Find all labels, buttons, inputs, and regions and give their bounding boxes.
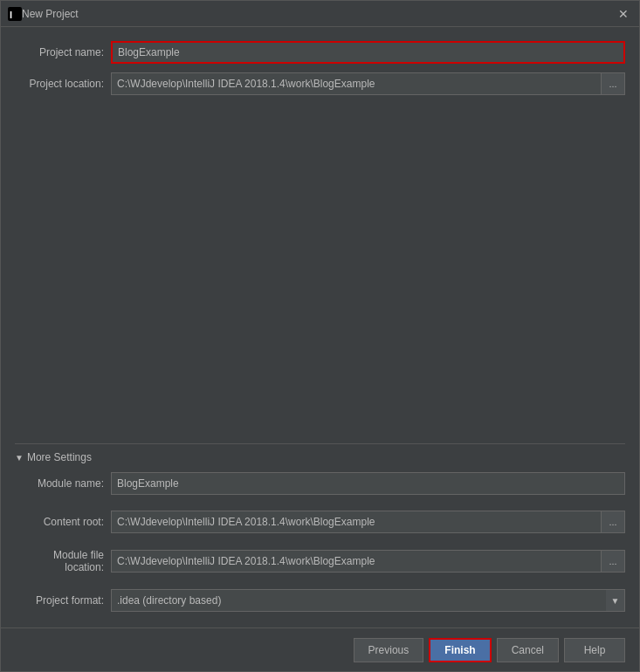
- dialog-content: Project name: Project location: ... ▼ Mo…: [1, 27, 639, 627]
- module-name-label: Module name:: [15, 477, 111, 490]
- module-file-location-field-group: ...: [111, 550, 625, 573]
- more-settings-fields: Module name: Content root: ... Module fi…: [15, 472, 625, 621]
- intellij-icon: I: [8, 7, 22, 21]
- finish-button[interactable]: Finish: [429, 638, 491, 662]
- previous-button[interactable]: Previous: [354, 638, 424, 662]
- help-button[interactable]: Help: [564, 638, 625, 662]
- module-file-location-row: Module file location: ...: [15, 549, 625, 573]
- project-format-select[interactable]: .idea (directory based) .ipr (file based…: [111, 589, 625, 612]
- close-button[interactable]: ✕: [615, 5, 632, 23]
- project-name-input[interactable]: [111, 41, 625, 64]
- project-format-label: Project format:: [15, 594, 111, 607]
- module-file-location-input[interactable]: [111, 550, 601, 573]
- toggle-arrow-icon: ▼: [15, 453, 24, 463]
- cancel-button[interactable]: Cancel: [497, 638, 559, 662]
- content-root-row: Content root: ...: [15, 511, 625, 533]
- more-settings-label: More Settings: [27, 451, 92, 463]
- project-location-label: Project location:: [15, 78, 111, 90]
- project-name-row: Project name:: [15, 41, 625, 64]
- project-format-row: Project format: .idea (directory based) …: [15, 589, 625, 612]
- new-project-dialog: I New Project ✕ Project name: Project lo…: [0, 0, 640, 672]
- project-location-row: Project location: ...: [15, 72, 625, 95]
- project-name-label: Project name:: [15, 46, 111, 58]
- more-settings-toggle[interactable]: ▼ More Settings: [15, 451, 625, 463]
- content-root-input[interactable]: [111, 511, 601, 533]
- dialog-title: New Project: [22, 8, 615, 20]
- content-root-label: Content root:: [15, 516, 111, 528]
- project-location-field-group: ...: [111, 72, 625, 95]
- module-name-input[interactable]: [111, 472, 625, 495]
- content-root-field-group: ...: [111, 511, 625, 533]
- project-format-select-wrapper: .idea (directory based) .ipr (file based…: [111, 589, 625, 612]
- svg-text:I: I: [10, 10, 12, 20]
- module-name-row: Module name:: [15, 472, 625, 495]
- project-location-browse-button[interactable]: ...: [601, 72, 625, 95]
- title-bar: I New Project ✕: [1, 1, 639, 27]
- project-location-input[interactable]: [111, 72, 601, 95]
- module-file-location-label: Module file location:: [15, 549, 111, 573]
- more-settings-section: ▼ More Settings Module name: Content roo…: [15, 443, 625, 621]
- dialog-footer: Previous Finish Cancel Help: [1, 627, 639, 671]
- module-file-location-browse-button[interactable]: ...: [601, 550, 625, 573]
- content-root-browse-button[interactable]: ...: [601, 511, 625, 533]
- content-spacer: [15, 104, 625, 443]
